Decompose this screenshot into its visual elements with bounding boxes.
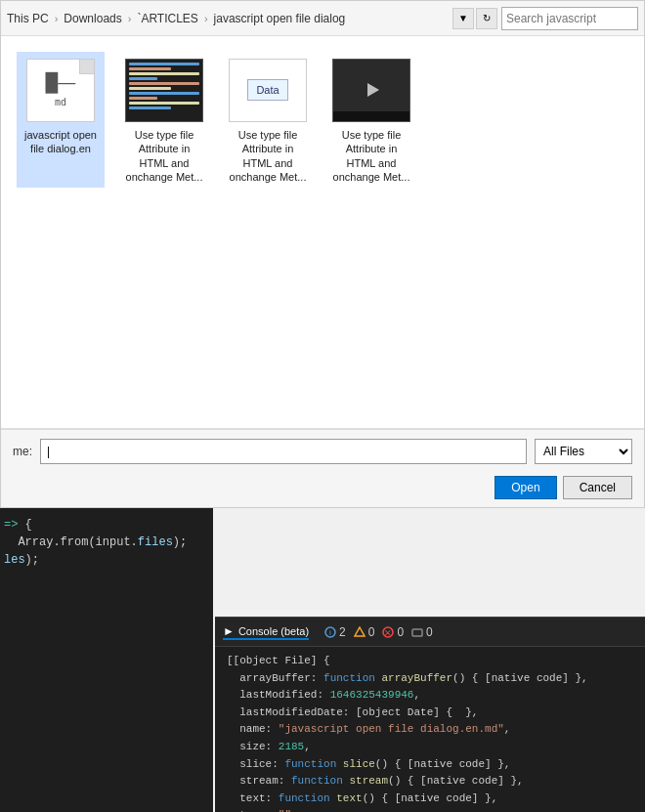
console-badge-group: i 2 0 ✕ 0 0 (324, 625, 433, 639)
error-icon: ✕ (382, 626, 394, 638)
warn-badge-group: 0 (354, 625, 375, 639)
file-open-dialog: This PC › Downloads › `ARTICLES › javasc… (0, 0, 645, 508)
code-line: les); (4, 551, 209, 569)
filename-label: me: (13, 445, 32, 458)
console-line: name: "javascript open file dialog.en.md… (227, 721, 633, 739)
console-tab-bar: ► Console (beta) i 2 0 ✕ 0 0 (215, 618, 645, 647)
breadcrumb-sep-2: › (128, 13, 132, 24)
file-label: Use type fileAttribute inHTML andonchang… (230, 128, 307, 184)
breadcrumb-dropdown-btn[interactable]: ▼ (452, 8, 474, 29)
breadcrumb-sep-3: › (204, 13, 208, 24)
breadcrumb-controls: ▼ ↻ (452, 8, 497, 29)
file-item[interactable]: Data Use type fileAttribute inHTML andon… (224, 52, 312, 188)
debug-count: 0 (426, 625, 433, 639)
error-count: 0 (397, 625, 404, 639)
console-line: type: "", (227, 807, 633, 812)
console-tab[interactable]: ► Console (beta) (223, 624, 309, 640)
svg-rect-5 (412, 629, 422, 636)
info-icon: i (324, 626, 336, 638)
file-label: javascript openfile dialog.en (24, 128, 97, 156)
code-line: Array.from(input.files); (4, 534, 209, 551)
content-area: █— md javascript openfile dialog.en (1, 36, 644, 428)
warn-count: 0 (368, 625, 375, 639)
console-line: [[object File] { (227, 653, 633, 670)
file-icon-md: █— md (22, 56, 100, 124)
file-icon-video (332, 56, 410, 124)
file-icon-data: Data (229, 56, 307, 124)
info-badge-group: i 2 (324, 625, 346, 639)
file-label: Use type fileAttribute inHTML andonchang… (333, 128, 410, 184)
console-line: slice: function slice() { [native code] … (227, 756, 633, 774)
breadcrumb-current: javascript open file dialog (214, 12, 449, 25)
code-line: => { (4, 516, 209, 534)
console-line: lastModifiedDate: [object Date] { }, (227, 705, 633, 722)
code-editor-left: => { Array.from(input.files); les); (0, 508, 213, 812)
info-count: 2 (339, 625, 346, 639)
svg-marker-2 (355, 627, 365, 636)
console-tab-label: Console (beta) (238, 625, 309, 637)
breadcrumb-downloads[interactable]: Downloads (64, 12, 121, 25)
data-thumb-label: Data (247, 79, 287, 101)
debug-icon (411, 626, 423, 638)
console-panel: ► Console (beta) i 2 0 ✕ 0 0 [[object Fi… (215, 617, 645, 812)
breadcrumb-articles[interactable]: `ARTICLES (137, 12, 197, 25)
open-button[interactable]: Open (494, 476, 556, 499)
file-item[interactable]: █— md javascript openfile dialog.en (17, 52, 105, 188)
file-list: █— md javascript openfile dialog.en (1, 36, 644, 428)
console-line: lastModified: 1646325439946, (227, 687, 633, 705)
console-line: arrayBuffer: function arrayBuffer() { [n… (227, 670, 633, 688)
console-prompt-icon: ► (223, 624, 235, 638)
warn-icon (354, 626, 366, 638)
svg-text:i: i (329, 628, 331, 637)
console-line: stream: function stream() { [native code… (227, 773, 633, 791)
md-icon-symbol: █— (46, 72, 76, 93)
debug-badge-group: 0 (411, 625, 433, 639)
breadcrumb-refresh-btn[interactable]: ↻ (476, 8, 497, 29)
search-input[interactable] (501, 7, 638, 30)
breadcrumb-sep-1: › (55, 13, 59, 24)
svg-text:✕: ✕ (384, 627, 392, 637)
filetype-select[interactable]: All Files (535, 439, 632, 464)
md-icon-label: md (55, 97, 66, 107)
file-item[interactable]: Use type fileAttribute inHTML andonchang… (120, 52, 208, 188)
play-icon (360, 78, 383, 102)
filename-input[interactable] (40, 439, 527, 464)
cancel-button[interactable]: Cancel (563, 476, 632, 499)
file-label: Use type fileAttribute inHTML andonchang… (126, 128, 203, 184)
svg-marker-6 (367, 83, 379, 97)
file-icon-thumb (125, 56, 203, 124)
console-content: [[object File] { arrayBuffer: function a… (215, 647, 645, 812)
breadcrumb-this-pc[interactable]: This PC (7, 12, 49, 25)
file-item[interactable]: Use type fileAttribute inHTML andonchang… (327, 52, 415, 188)
bottom-bar: me: All Files (1, 429, 644, 472)
console-line: size: 2185, (227, 739, 633, 756)
breadcrumb-bar: This PC › Downloads › `ARTICLES › javasc… (1, 1, 644, 36)
error-badge-group: ✕ 0 (382, 625, 404, 639)
console-line: text: function text() { [native code] }, (227, 791, 633, 808)
